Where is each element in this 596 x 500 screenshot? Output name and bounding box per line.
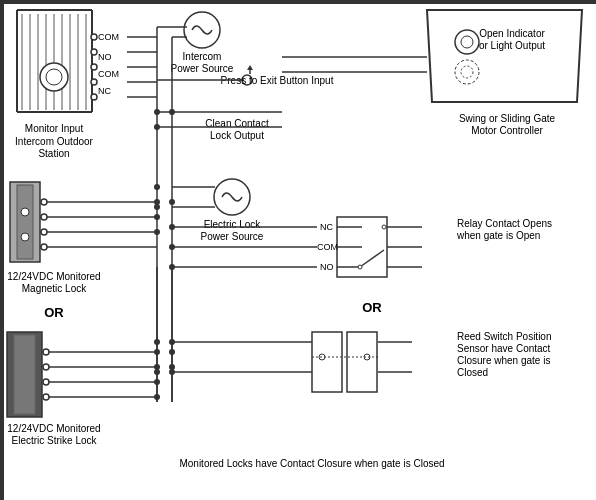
svg-point-74 bbox=[461, 36, 473, 48]
nc-label-1: NC bbox=[98, 86, 111, 96]
intercom-power-label2: Power Source bbox=[171, 63, 234, 74]
svg-point-114 bbox=[169, 369, 175, 375]
monitored-locks-label: Monitored Locks have Contact Closure whe… bbox=[179, 458, 444, 469]
or-label-2: OR bbox=[362, 300, 382, 315]
svg-point-20 bbox=[91, 94, 97, 100]
svg-point-16 bbox=[91, 34, 97, 40]
svg-point-87 bbox=[358, 265, 362, 269]
svg-point-47 bbox=[41, 229, 47, 235]
intercom-outdoor-label2: Station bbox=[38, 148, 69, 159]
com-relay-label: COM bbox=[317, 242, 338, 252]
svg-point-76 bbox=[461, 66, 473, 78]
magnetic-lock-label2: Magnetic Lock bbox=[22, 283, 87, 294]
svg-point-18 bbox=[91, 64, 97, 70]
relay-contact-label1: Relay Contact Opens bbox=[457, 218, 552, 229]
no-label-1: NO bbox=[98, 52, 112, 62]
svg-point-48 bbox=[41, 244, 47, 250]
svg-point-46 bbox=[41, 214, 47, 220]
reed-switch-label3: Closure when gate is bbox=[457, 355, 550, 366]
svg-point-93 bbox=[169, 244, 175, 250]
swing-sliding-label1: Swing or Sliding Gate bbox=[459, 113, 556, 124]
no-relay-label: NO bbox=[320, 262, 334, 272]
svg-point-17 bbox=[91, 49, 97, 55]
swing-sliding-label2: Motor Controller bbox=[471, 125, 543, 136]
svg-point-59 bbox=[43, 349, 49, 355]
svg-point-15 bbox=[46, 69, 62, 85]
open-indicator-label1: Open Indicator bbox=[479, 28, 545, 39]
magnetic-lock-label1: 12/24VDC Monitored bbox=[7, 271, 100, 282]
com-label-2: COM bbox=[98, 69, 119, 79]
reed-switch-label4: Closed bbox=[457, 367, 488, 378]
intercom-power-label1: Intercom bbox=[183, 51, 222, 62]
svg-point-19 bbox=[91, 79, 97, 85]
electric-strike-label1: 12/24VDC Monitored bbox=[7, 423, 100, 434]
monitor-input-label: Monitor Input bbox=[25, 123, 84, 134]
reed-switch-label2: Sensor have Contact bbox=[457, 343, 551, 354]
svg-point-111 bbox=[154, 339, 160, 345]
reed-switch-label1: Reed Switch Position bbox=[457, 331, 552, 342]
com-label-1: COM bbox=[98, 32, 119, 42]
svg-rect-96 bbox=[347, 332, 377, 392]
intercom-outdoor-label1: Intercom Outdoor bbox=[15, 136, 93, 147]
svg-point-44 bbox=[21, 233, 29, 241]
svg-point-60 bbox=[43, 364, 49, 370]
electric-lock-label1: Electric Lock bbox=[204, 219, 262, 230]
svg-point-43 bbox=[21, 208, 29, 216]
electric-lock-label2: Power Source bbox=[201, 231, 264, 242]
svg-point-104 bbox=[154, 109, 160, 115]
nc-relay-label: NC bbox=[320, 222, 333, 232]
svg-point-106 bbox=[169, 109, 175, 115]
svg-point-61 bbox=[43, 379, 49, 385]
svg-point-113 bbox=[169, 339, 175, 345]
svg-point-55 bbox=[154, 229, 160, 235]
wiring-diagram: Monitor Input COM NO COM NC Intercom Out… bbox=[0, 0, 596, 500]
relay-contact-label2: when gate is Open bbox=[456, 230, 540, 241]
svg-point-62 bbox=[43, 394, 49, 400]
svg-rect-42 bbox=[17, 185, 33, 259]
svg-point-108 bbox=[154, 204, 160, 210]
clean-contact-label2: Lock Output bbox=[210, 130, 264, 141]
or-label-1: OR bbox=[44, 305, 64, 320]
svg-rect-58 bbox=[14, 335, 35, 414]
svg-point-105 bbox=[154, 124, 160, 130]
svg-point-56 bbox=[169, 199, 175, 205]
electric-strike-label2: Electric Strike Lock bbox=[11, 435, 97, 446]
svg-point-92 bbox=[169, 224, 175, 230]
svg-point-54 bbox=[154, 214, 160, 220]
svg-rect-95 bbox=[312, 332, 342, 392]
svg-point-45 bbox=[41, 199, 47, 205]
open-indicator-label2: or Light Output bbox=[479, 40, 545, 51]
svg-point-88 bbox=[382, 225, 386, 229]
svg-point-112 bbox=[154, 369, 160, 375]
svg-point-107 bbox=[154, 184, 160, 190]
